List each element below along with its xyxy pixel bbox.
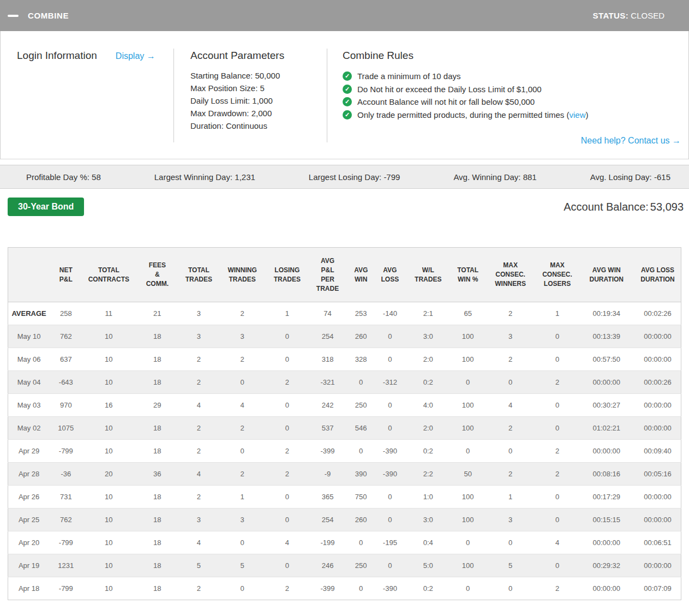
table-cell: 0:2 bbox=[405, 577, 451, 600]
table-row: Apr 191231101855024625005:01005000:29:32… bbox=[8, 554, 681, 577]
row-label: Apr 18 bbox=[8, 577, 50, 600]
table-cell: 50 bbox=[451, 463, 485, 486]
table-cell: 0 bbox=[375, 554, 405, 577]
table-cell: 00:57:50 bbox=[578, 348, 634, 371]
collapse-icon[interactable] bbox=[8, 15, 19, 17]
column-header: WINNING TRADES bbox=[218, 248, 266, 302]
table-cell: 254 bbox=[308, 509, 348, 531]
account-parameters-list: Starting Balance: 50,000Max Position Siz… bbox=[190, 69, 327, 132]
table-cell: 100 bbox=[451, 486, 485, 509]
table-cell: 00:00:00 bbox=[634, 348, 681, 371]
display-link[interactable]: Display → bbox=[116, 51, 155, 61]
table-cell: 4 bbox=[179, 463, 219, 486]
table-cell: 74 bbox=[308, 302, 348, 325]
table-cell: 2 bbox=[179, 486, 219, 509]
table-cell: 0 bbox=[218, 440, 266, 463]
table-cell: 18 bbox=[135, 417, 179, 440]
table-cell: 00:00:00 bbox=[634, 509, 681, 531]
table-cell: 5:0 bbox=[405, 554, 451, 577]
combine-title: COMBINE bbox=[28, 11, 69, 20]
table-cell: 10 bbox=[82, 417, 135, 440]
table-cell: 10 bbox=[82, 486, 135, 509]
table-cell: -9 bbox=[308, 463, 348, 486]
table-cell: 0 bbox=[266, 394, 308, 417]
contact-us-link[interactable]: Need help? Contact us → bbox=[581, 136, 681, 145]
check-icon: ✓ bbox=[343, 85, 352, 94]
account-balance-label: Account Balance: bbox=[564, 201, 649, 213]
table-cell: 00:00:00 bbox=[634, 554, 681, 577]
table-cell: 731 bbox=[50, 486, 82, 509]
table-cell: 10 bbox=[82, 325, 135, 348]
table-cell: 2 bbox=[536, 577, 579, 600]
table-cell: 10 bbox=[82, 371, 135, 394]
table-cell: 20 bbox=[82, 463, 135, 486]
table-cell: 00:06:51 bbox=[634, 531, 681, 554]
column-header: MAX CONSEC. WINNERS bbox=[485, 248, 536, 302]
check-icon: ✓ bbox=[343, 97, 352, 106]
table-cell: 4 bbox=[536, 531, 579, 554]
status-value: CLOSED bbox=[631, 11, 664, 20]
view-link[interactable]: view bbox=[570, 110, 586, 119]
combine-rule: ✓Account Balance will not hit or fall be… bbox=[343, 95, 681, 109]
table-cell: 2:2 bbox=[405, 463, 451, 486]
table-cell: -321 bbox=[308, 371, 348, 394]
table-cell: -643 bbox=[50, 371, 82, 394]
table-cell: 546 bbox=[347, 417, 375, 440]
table-cell: 0:2 bbox=[405, 371, 451, 394]
table-cell: 00:15:15 bbox=[578, 509, 634, 531]
row-label: May 02 bbox=[8, 417, 50, 440]
table-cell: 65 bbox=[451, 302, 485, 325]
table-cell: 10 bbox=[82, 531, 135, 554]
table-cell: 0 bbox=[485, 531, 536, 554]
table-cell: 10 bbox=[82, 577, 135, 600]
table-cell: 4 bbox=[179, 531, 219, 554]
table-row: Apr 28-362036422-9390-3902:2502200:08:16… bbox=[8, 463, 681, 486]
table-cell: 1075 bbox=[50, 417, 82, 440]
table-cell: 2 bbox=[218, 463, 266, 486]
account-parameter: Max Drawdown: 2,000 bbox=[190, 107, 327, 119]
table-cell: 0 bbox=[485, 577, 536, 600]
table-cell: 36 bbox=[135, 463, 179, 486]
table-cell: 11 bbox=[82, 302, 135, 325]
table-cell: 00:30:27 bbox=[578, 394, 634, 417]
table-cell: 0 bbox=[266, 348, 308, 371]
table-cell: 2 bbox=[485, 463, 536, 486]
account-parameters-title: Account Parameters bbox=[190, 50, 327, 62]
row-label: Apr 19 bbox=[8, 554, 50, 577]
check-icon: ✓ bbox=[343, 110, 352, 119]
table-cell: 0 bbox=[347, 531, 375, 554]
table-row: May 021075101822053754602:01002001:02:21… bbox=[8, 417, 681, 440]
account-parameters-section: Account Parameters Starting Balance: 50,… bbox=[174, 45, 327, 146]
row-label: Apr 29 bbox=[8, 440, 50, 463]
login-information-title: Login Information bbox=[17, 50, 97, 62]
product-button[interactable]: 30-Year Bond bbox=[8, 198, 84, 216]
table-cell: 2:1 bbox=[405, 302, 451, 325]
table-cell: 00:02:26 bbox=[634, 302, 681, 325]
table-cell: 1 bbox=[536, 302, 579, 325]
table-cell: 0 bbox=[485, 371, 536, 394]
table-cell: 2 bbox=[485, 302, 536, 325]
table-cell: 254 bbox=[308, 325, 348, 348]
table-cell: 2 bbox=[179, 371, 219, 394]
table-cell: 2 bbox=[266, 371, 308, 394]
table-cell: 0 bbox=[266, 554, 308, 577]
table-cell: -390 bbox=[375, 440, 405, 463]
table-cell: 18 bbox=[135, 371, 179, 394]
table-cell: -390 bbox=[375, 463, 405, 486]
table-cell: 0 bbox=[375, 348, 405, 371]
table-cell: 10 bbox=[82, 509, 135, 531]
column-header: AVG P&L PER TRADE bbox=[308, 248, 348, 302]
table-cell: 00:00:26 bbox=[634, 371, 681, 394]
table-cell: 750 bbox=[347, 486, 375, 509]
table-cell: -799 bbox=[50, 577, 82, 600]
account-balance: Account Balance:53,093 bbox=[562, 201, 684, 213]
table-cell: -399 bbox=[308, 577, 348, 600]
info-panel: Login Information Display → Account Para… bbox=[0, 31, 689, 159]
table-cell: 250 bbox=[347, 394, 375, 417]
table-cell: -199 bbox=[308, 531, 348, 554]
table-row: AVERAGE258112132174253-1402:1652100:19:3… bbox=[8, 302, 681, 325]
table-cell: 0 bbox=[485, 440, 536, 463]
table-cell: 100 bbox=[451, 394, 485, 417]
table-cell: 1 bbox=[218, 486, 266, 509]
table-cell: 00:00:00 bbox=[634, 417, 681, 440]
